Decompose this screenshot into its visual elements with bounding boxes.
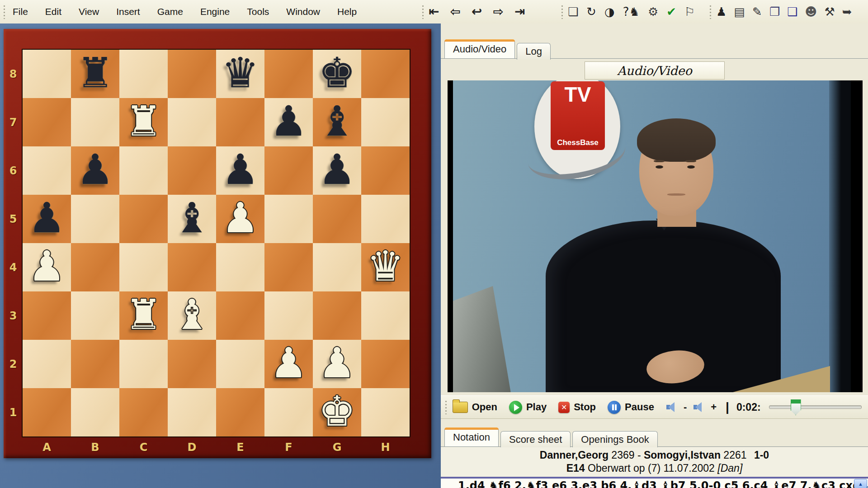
tab-notation[interactable]: Notation [444, 427, 499, 446]
square-f1[interactable] [264, 388, 313, 436]
black-pawn-e6[interactable]: ♟ [216, 146, 264, 195]
square-c5[interactable] [119, 195, 168, 243]
white-bishop-d3[interactable]: ♝ [168, 291, 216, 340]
pieces-button[interactable]: ♟ [716, 6, 726, 18]
square-e7[interactable] [216, 98, 264, 146]
square-g3[interactable] [313, 291, 361, 340]
stop-button[interactable]: ✕ Stop [558, 401, 596, 413]
square-d3[interactable]: ♝ [168, 291, 216, 340]
goto-end-button[interactable]: ⇥ [514, 5, 525, 18]
black-rook-b8[interactable]: ♜ [71, 50, 119, 98]
black-pawn-b6[interactable]: ♟ [71, 146, 119, 195]
square-h5[interactable] [361, 195, 410, 243]
black-bishop-g7[interactable]: ♝ [313, 98, 361, 146]
toolbar-drag-handle[interactable] [709, 5, 712, 19]
square-d2[interactable] [168, 340, 216, 388]
square-d5[interactable]: ♝ [168, 195, 216, 243]
square-f4[interactable] [264, 243, 313, 291]
square-e1[interactable] [216, 388, 264, 436]
menu-edit[interactable]: Edit [43, 5, 63, 19]
square-c7[interactable]: ♜ [119, 98, 168, 146]
white-queen-h4[interactable]: ♛ [361, 243, 410, 291]
square-g1[interactable]: ♚ [313, 388, 361, 436]
black-pawn-f7[interactable]: ♟ [264, 98, 313, 146]
send-button[interactable]: ➥ [842, 6, 852, 18]
goto-start-button[interactable]: ⇤ [429, 5, 439, 18]
square-g4[interactable] [313, 243, 361, 291]
takeback-button[interactable]: ↩ [472, 5, 482, 18]
menu-help[interactable]: Help [335, 5, 359, 19]
volume-up-button[interactable]: + [693, 401, 717, 413]
square-b1[interactable] [71, 388, 119, 436]
menu-engine[interactable]: Engine [198, 5, 231, 19]
square-d4[interactable] [168, 243, 216, 291]
square-h4[interactable]: ♛ [361, 243, 410, 291]
menu-insert[interactable]: Insert [114, 5, 142, 19]
pause-button[interactable]: Pause [608, 401, 654, 414]
square-c8[interactable] [119, 50, 168, 98]
square-e8[interactable]: ♛ [216, 50, 264, 98]
toolbar-drag-handle[interactable] [561, 5, 564, 19]
evaluate-move-button[interactable]: ?♞ [623, 6, 640, 18]
approve-button[interactable]: ✔ [666, 6, 676, 18]
square-b5[interactable] [71, 195, 119, 243]
move-list[interactable]: 1.d4 ♞f6 2.♞f3 e6 3.e3 b6 4.♝d3 ♝b7 5.0-… [458, 479, 868, 488]
back-button[interactable]: ⇦ [450, 5, 460, 18]
menu-game[interactable]: Game [156, 5, 185, 19]
new-game-button[interactable]: ❏ [568, 6, 578, 18]
black-bishop-d5[interactable]: ♝ [168, 195, 216, 243]
square-f8[interactable] [264, 50, 313, 98]
white-pawn-e5[interactable]: ♟ [216, 195, 264, 243]
analysis-button[interactable]: ⚙ [648, 6, 658, 18]
square-a7[interactable] [23, 98, 71, 146]
square-f5[interactable] [264, 195, 313, 243]
square-h3[interactable] [361, 291, 410, 340]
square-f6[interactable] [264, 146, 313, 195]
copy-game-button[interactable]: ❐ [769, 6, 780, 18]
square-e3[interactable] [216, 291, 264, 340]
square-c2[interactable] [119, 340, 168, 388]
annotate-button[interactable]: ✎ [752, 6, 762, 18]
white-king-g1[interactable]: ♚ [313, 388, 361, 436]
menu-tools[interactable]: Tools [245, 5, 271, 19]
black-queen-e8[interactable]: ♛ [216, 50, 264, 98]
square-d6[interactable] [168, 146, 216, 195]
square-b6[interactable]: ♟ [71, 146, 119, 195]
square-b7[interactable] [71, 98, 119, 146]
square-g8[interactable]: ♚ [313, 50, 361, 98]
square-d7[interactable] [168, 98, 216, 146]
square-f3[interactable] [264, 291, 313, 340]
white-pawn-g2[interactable]: ♟ [313, 340, 361, 388]
square-b8[interactable]: ♜ [71, 50, 119, 98]
square-c4[interactable] [119, 243, 168, 291]
square-a6[interactable] [23, 146, 71, 195]
tab-openings-book[interactable]: Openings Book [572, 431, 657, 448]
half-point-button[interactable]: ◑ [604, 6, 615, 18]
square-h1[interactable] [361, 388, 410, 436]
square-a8[interactable] [23, 50, 71, 98]
square-c1[interactable] [119, 388, 168, 436]
square-f7[interactable]: ♟ [264, 98, 313, 146]
square-h2[interactable] [361, 340, 410, 388]
menu-view[interactable]: View [77, 5, 101, 19]
square-a1[interactable] [23, 388, 71, 436]
square-e6[interactable]: ♟ [216, 146, 264, 195]
tab-score-sheet[interactable]: Score sheet [500, 431, 571, 448]
black-pawn-g6[interactable]: ♟ [313, 146, 361, 195]
square-e5[interactable]: ♟ [216, 195, 264, 243]
white-pawn-a4[interactable]: ♟ [23, 243, 71, 291]
square-a2[interactable] [23, 340, 71, 388]
seek-slider[interactable] [769, 405, 862, 409]
tab-log[interactable]: Log [517, 43, 551, 60]
forward-button[interactable]: ⇨ [493, 5, 503, 18]
seek-slider-thumb[interactable] [791, 399, 801, 415]
board-window-button[interactable]: ❑ [787, 6, 797, 18]
square-h8[interactable] [361, 50, 410, 98]
menu-drag-handle[interactable] [3, 5, 6, 19]
black-pawn-a5[interactable]: ♟ [23, 195, 71, 243]
volume-down-button[interactable]: - [666, 401, 687, 413]
square-c3[interactable]: ♜ [119, 291, 168, 340]
square-g5[interactable] [313, 195, 361, 243]
square-b2[interactable] [71, 340, 119, 388]
square-e4[interactable] [216, 243, 264, 291]
